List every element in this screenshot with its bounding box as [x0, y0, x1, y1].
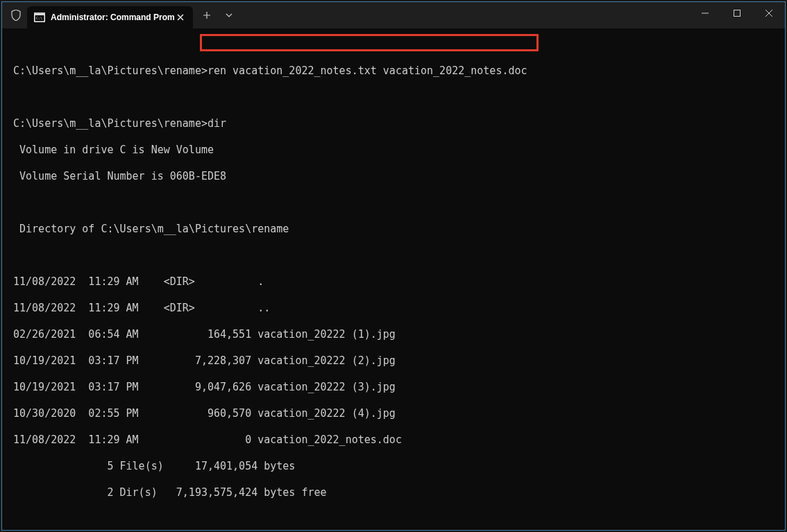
close-button[interactable]: [753, 2, 785, 24]
tab-active[interactable]: C:\ Administrator: Command Prom: [27, 6, 193, 28]
terminal-line: 02/26/2021 06:54 AM 164,551 vacation_202…: [13, 328, 782, 341]
svg-text:C:\: C:\: [36, 16, 42, 20]
terminal-line: C:\Users\m__la\Pictures\rename>dir: [13, 117, 782, 130]
terminal-line: Volume in drive C is New Volume: [13, 144, 782, 157]
highlight-annotation: [200, 34, 539, 51]
terminal-line: 11/08/2022 11:29 AM <DIR> ..: [13, 302, 782, 315]
window-controls: [689, 2, 785, 24]
tab-close-button[interactable]: [175, 12, 186, 23]
terminal-line: [13, 196, 782, 209]
tab-title: Administrator: Command Prom: [51, 12, 175, 22]
shield-icon: [10, 9, 22, 22]
terminal-line: [13, 91, 782, 104]
terminal-line: 10/19/2021 03:17 PM 7,228,307 vacation_2…: [13, 354, 782, 368]
terminal-line: Directory of C:\Users\m__la\Pictures\ren…: [13, 223, 782, 236]
terminal-line: Volume Serial Number is 060B-EDE8: [13, 170, 782, 183]
terminal-line: 10/30/2020 02:55 PM 960,570 vacation_202…: [13, 407, 782, 420]
terminal-line: 10/19/2021 03:17 PM 9,047,626 vacation_2…: [13, 381, 782, 394]
maximize-button[interactable]: [721, 2, 753, 24]
terminal-line: [13, 249, 782, 262]
svg-rect-1: [34, 12, 45, 15]
terminal-line: 5 File(s) 17,401,054 bytes: [13, 460, 782, 473]
minimize-button[interactable]: [689, 2, 721, 24]
terminal-output[interactable]: C:\Users\m__la\Pictures\rename>ren vacat…: [2, 28, 785, 530]
terminal-line: [13, 513, 782, 526]
svg-rect-4: [734, 10, 741, 17]
terminal-window: C:\ Administrator: Command Prom: [1, 1, 786, 531]
new-tab-button[interactable]: [196, 4, 218, 26]
titlebar[interactable]: C:\ Administrator: Command Prom: [2, 2, 785, 28]
tab-dropdown-button[interactable]: [218, 4, 240, 26]
terminal-line: C:\Users\m__la\Pictures\rename>ren vacat…: [13, 65, 782, 78]
terminal-line: 11/08/2022 11:29 AM <DIR> .: [13, 275, 782, 289]
terminal-line: 11/08/2022 11:29 AM 0 vacation_2022_note…: [13, 434, 782, 447]
cmd-icon: C:\: [34, 12, 45, 23]
terminal-line: 2 Dir(s) 7,193,575,424 bytes free: [13, 486, 782, 499]
